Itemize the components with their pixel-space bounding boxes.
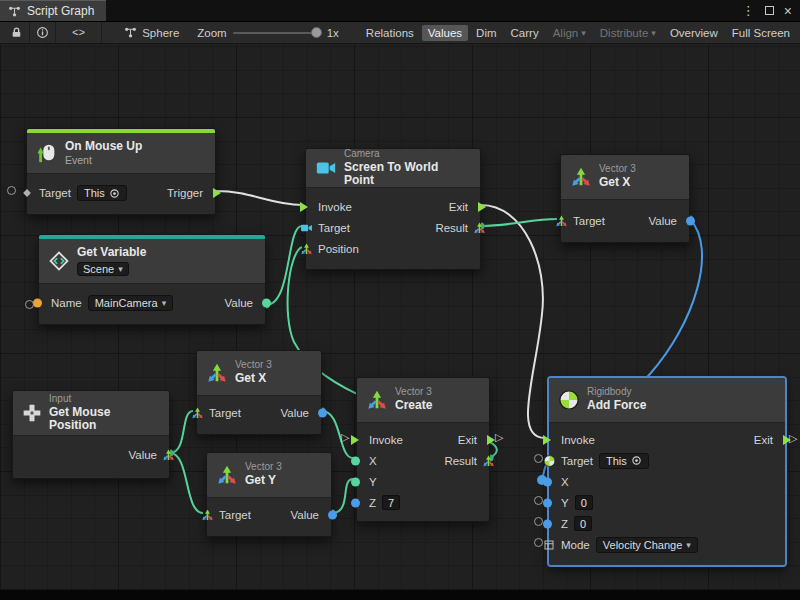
value-port[interactable] (318, 409, 327, 418)
node-title: Add Force (587, 399, 646, 412)
node-get-variable[interactable]: Get Variable Scene ▾ Name MainCamera ▾ (38, 234, 266, 325)
node-category: Camera (344, 149, 471, 159)
gameobject-port-icon[interactable] (21, 187, 33, 199)
node-get-x-top[interactable]: Vector 3 Get X Target Value (560, 154, 690, 243)
invoke-label: Invoke (369, 434, 403, 446)
name-label: Name (51, 297, 82, 309)
unconnected-flow-marker[interactable]: ▷ (495, 432, 503, 443)
fullscreen-button[interactable]: Full Screen (726, 25, 796, 41)
scope-dropdown[interactable]: Scene ▾ (77, 262, 129, 276)
overview-button[interactable]: Overview (664, 25, 724, 41)
target-reticle-icon (109, 188, 120, 199)
carry-button[interactable]: Carry (505, 25, 545, 41)
node-get-x[interactable]: Vector 3 Get X Target Value (196, 350, 322, 435)
camera-port-icon[interactable] (300, 221, 313, 234)
z-value-field[interactable]: 0 (574, 516, 592, 531)
node-title: Get X (235, 372, 272, 385)
unconnected-port-marker[interactable] (534, 496, 543, 505)
values-button[interactable]: Values (422, 25, 468, 41)
vector3-port-icon[interactable] (555, 215, 568, 228)
exit-flow-port[interactable] (487, 435, 495, 445)
value-port[interactable] (328, 511, 337, 520)
node-header: On Mouse Up Event (27, 133, 215, 173)
value-label: Value (280, 407, 309, 419)
close-icon[interactable]: × (784, 4, 792, 18)
align-dropdown[interactable]: Align ▾ (547, 25, 592, 41)
graph-name: Sphere (142, 27, 179, 39)
node-vector3-create[interactable]: Vector 3 Create Invoke Exit X Result (356, 377, 490, 522)
rigidbody-port-icon[interactable] (543, 454, 556, 467)
chevron-down-icon: ▾ (651, 28, 656, 38)
unconnected-port-marker[interactable] (25, 300, 34, 309)
node-on-mouse-up[interactable]: On Mouse Up Event Target This Trigger (26, 128, 216, 215)
y-port[interactable] (543, 498, 552, 507)
value-port[interactable] (686, 217, 695, 226)
z-value-field[interactable]: 7 (382, 495, 400, 510)
kebab-menu-icon[interactable]: ⋮ (742, 3, 755, 18)
wire-variable-to-target (266, 226, 302, 305)
exit-label: Exit (458, 434, 477, 446)
unconnected-port-marker[interactable] (534, 454, 543, 463)
exit-flow-port[interactable] (478, 202, 486, 212)
node-screen-to-world-point[interactable]: Camera Screen To World Point Invoke Exit… (305, 148, 481, 270)
z-port[interactable] (543, 519, 552, 528)
variable-name-dropdown[interactable]: MainCamera ▾ (88, 295, 174, 311)
y-value-field[interactable]: 0 (575, 495, 593, 510)
script-graph-icon (124, 26, 137, 39)
vector3-port-icon[interactable] (162, 449, 175, 462)
zoom-slider-handle[interactable] (311, 27, 322, 38)
code-preview-button[interactable]: <> (56, 22, 102, 43)
vector3-axes-icon (366, 389, 388, 411)
unconnected-port-marker[interactable] (534, 538, 543, 547)
tab-title: Script Graph (27, 4, 94, 18)
value-label: Value (128, 449, 157, 461)
value-port[interactable] (262, 299, 271, 308)
this-target-pill[interactable]: This (599, 453, 649, 469)
chevron-down-icon: ▾ (581, 28, 586, 38)
distribute-dropdown[interactable]: Distribute ▾ (594, 25, 662, 41)
invoke-flow-port[interactable] (351, 435, 359, 445)
enum-grid-icon[interactable] (543, 539, 555, 551)
unconnected-flow-marker[interactable]: ▷ (341, 432, 349, 443)
this-target-pill[interactable]: This (77, 185, 127, 201)
z-port[interactable] (351, 498, 360, 507)
vector3-port-icon[interactable] (201, 509, 214, 522)
node-category: Vector 3 (599, 164, 636, 174)
chevron-down-icon: ▾ (686, 540, 691, 550)
node-get-mouse-position[interactable]: Input Get Mouse Position Value (12, 390, 170, 479)
window-controls: ⋮ × (742, 0, 800, 21)
dim-button[interactable]: Dim (470, 25, 502, 41)
maximize-icon[interactable] (765, 6, 774, 15)
unconnected-port-marker[interactable] (7, 186, 16, 195)
node-title: On Mouse Up (65, 140, 142, 153)
tab-script-graph[interactable]: Script Graph (0, 0, 106, 21)
invoke-flow-port[interactable] (300, 202, 308, 212)
trigger-flow-port[interactable] (213, 188, 221, 198)
zoom-label: Zoom (197, 27, 226, 39)
node-get-y[interactable]: Vector 3 Get Y Target Value (206, 452, 332, 537)
value-label: Value (224, 297, 253, 309)
graph-canvas[interactable]: On Mouse Up Event Target This Trigger (0, 44, 800, 590)
chevron-down-icon: ▾ (162, 298, 167, 308)
name-port[interactable] (33, 299, 42, 308)
node-add-force[interactable]: Rigidbody Add Force Invoke Exit Target T… (548, 377, 786, 566)
exit-label: Exit (449, 201, 468, 213)
graph-breadcrumb[interactable]: Sphere (124, 26, 179, 39)
lock-button[interactable] (4, 22, 30, 43)
connected-x-port-marker[interactable] (537, 475, 547, 485)
vector3-port-icon[interactable] (473, 221, 486, 234)
zoom-slider[interactable] (233, 32, 321, 34)
node-category: Rigidbody (587, 387, 646, 397)
vector3-port-icon[interactable] (482, 454, 495, 467)
unconnected-flow-marker[interactable]: ▷ (789, 433, 797, 444)
unconnected-port-marker[interactable] (534, 517, 543, 526)
invoke-flow-port[interactable] (543, 435, 551, 445)
node-category: Vector 3 (395, 387, 432, 397)
relations-button[interactable]: Relations (360, 25, 420, 41)
inspect-button[interactable] (30, 22, 56, 43)
y-port[interactable] (351, 477, 360, 486)
vector3-port-icon[interactable] (300, 242, 313, 255)
vector3-port-icon[interactable] (191, 407, 204, 420)
x-port[interactable] (351, 456, 360, 465)
mode-dropdown[interactable]: Velocity Change ▾ (596, 537, 698, 553)
